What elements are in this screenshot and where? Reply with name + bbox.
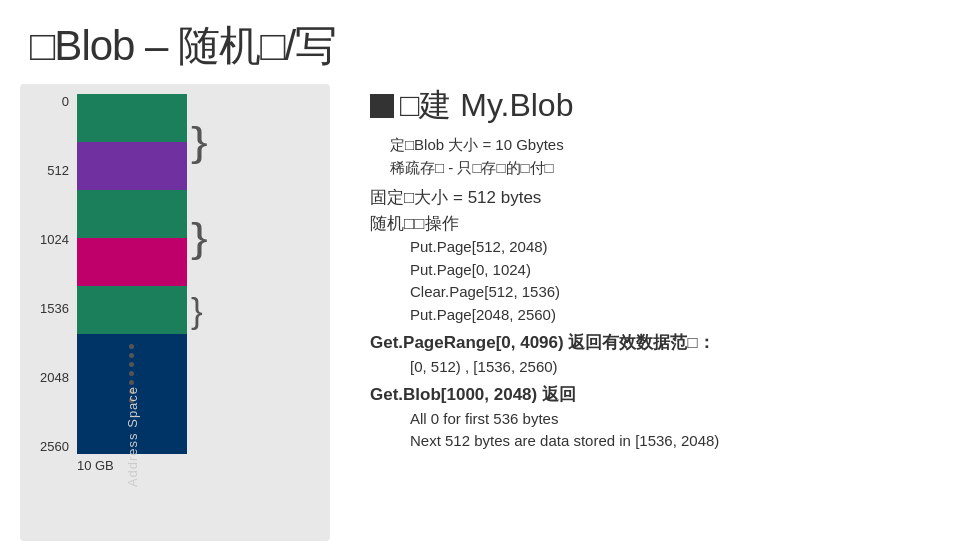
y-label-2048: 2048 xyxy=(40,370,69,385)
section-title-text: □建 My.Blob xyxy=(400,84,573,128)
random-op-label: 随机□□操作 xyxy=(370,211,939,237)
address-space-label: Address Space xyxy=(124,386,139,487)
get-blob-label: Get.Blob[1000, 2048) 返回 xyxy=(370,385,576,404)
bracket-0-1024: } xyxy=(191,122,208,162)
right-panel: □建 My.Blob 定□Blob 大小 = 10 Gbytes 稀疏存□ - … xyxy=(330,84,959,541)
segment-512-1024 xyxy=(77,142,187,190)
blob-def-line1: 定□Blob 大小 = 10 Gbytes xyxy=(390,134,939,157)
op-3: Clear.Page[512, 1536) xyxy=(410,281,939,304)
y-label-1024: 1024 xyxy=(40,232,69,247)
page: □Blob – 随机□/写 0 512 1024 1536 2048 2560 xyxy=(0,0,979,551)
bar-chart: Address Space xyxy=(77,94,187,454)
get-blob-details: All 0 for first 536 bytes Next 512 bytes… xyxy=(410,408,939,453)
blob-definition: 定□Blob 大小 = 10 Gbytes 稀疏存□ - 只□存□的□付□ xyxy=(390,134,939,179)
segment-1024-1536 xyxy=(77,190,187,238)
main-content: 0 512 1024 1536 2048 2560 xyxy=(0,84,979,551)
y-label-1536: 1536 xyxy=(40,301,69,316)
section-title: □建 My.Blob xyxy=(370,84,939,128)
bracket-2048-2560: } xyxy=(191,293,203,328)
op-1: Put.Page[512, 2048) xyxy=(410,236,939,259)
op-4: Put.Page[2048, 2560) xyxy=(410,304,939,327)
bottom-label: 10 GB xyxy=(77,458,114,473)
diagram-area: 0 512 1024 1536 2048 2560 xyxy=(40,94,310,531)
left-panel: 0 512 1024 1536 2048 2560 xyxy=(20,84,330,541)
get-blob-line1: All 0 for first 536 bytes xyxy=(410,408,939,431)
get-blob-block: Get.Blob[1000, 2048) 返回 xyxy=(370,382,939,408)
get-range-result-block: [0, 512) , [1536, 2560) xyxy=(410,356,939,379)
bracket-1024-2048: } xyxy=(191,218,208,258)
get-range-result: [0, 512) , [1536, 2560) xyxy=(410,358,558,375)
get-range-block: Get.PageRange[0, 4096) 返回有效数据范□： xyxy=(370,330,939,356)
y-label-2560: 2560 xyxy=(40,439,69,454)
fixed-size-label: 固定□大小 = 512 bytes xyxy=(370,185,939,211)
segment-2560-end: Address Space xyxy=(77,334,187,454)
y-label-512: 512 xyxy=(40,163,69,178)
title-area: □Blob – 随机□/写 xyxy=(0,0,979,84)
get-range-label: Get.PageRange[0, 4096) 返回有效数据范□： xyxy=(370,333,715,352)
op-2: Put.Page[0, 1024) xyxy=(410,259,939,282)
blob-def-line2: 稀疏存□ - 只□存□的□付□ xyxy=(390,157,939,180)
segment-0-512 xyxy=(77,94,187,142)
ops-list: Put.Page[512, 2048) Put.Page[0, 1024) Cl… xyxy=(390,236,939,326)
page-title: □Blob – 随机□/写 xyxy=(30,18,336,74)
segment-1536-2048 xyxy=(77,238,187,286)
y-label-0: 0 xyxy=(40,94,69,109)
segment-2048-2560 xyxy=(77,286,187,334)
get-blob-line2: Next 512 bytes are data stored in [1536,… xyxy=(410,430,939,453)
y-axis-labels: 0 512 1024 1536 2048 2560 xyxy=(40,94,77,454)
